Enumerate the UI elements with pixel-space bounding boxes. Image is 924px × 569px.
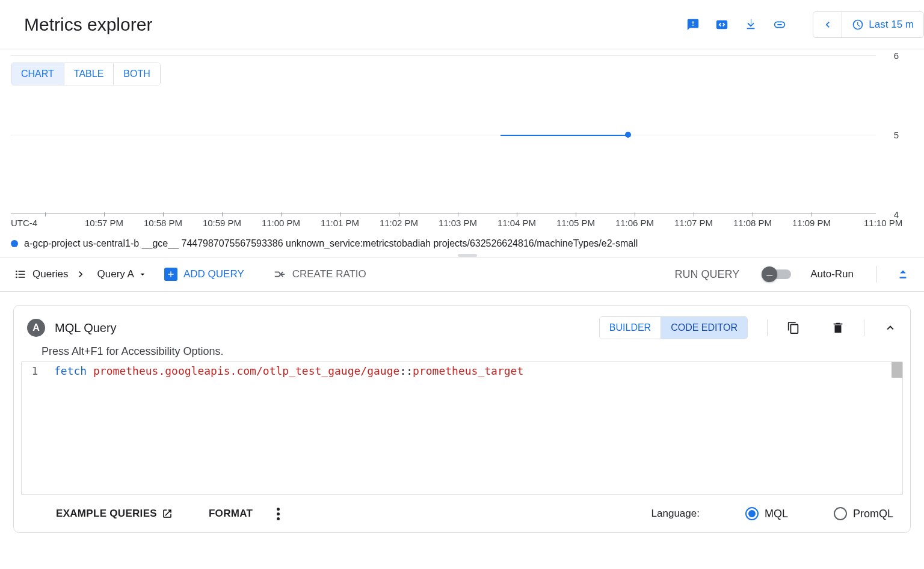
panel-resize-handle[interactable]: [458, 254, 477, 257]
query-selector[interactable]: Query A: [97, 268, 147, 280]
feedback-icon[interactable]: [686, 18, 700, 31]
query-badge: A: [27, 319, 45, 337]
link-icon[interactable]: [773, 18, 786, 31]
editor-mode-tabs: BUILDER CODE EDITOR: [599, 316, 748, 339]
code-line-1[interactable]: fetch prometheus.googleapis.com/otlp_tes…: [48, 363, 523, 379]
x-tick: 11:08 PM: [733, 218, 772, 228]
download-icon[interactable]: [744, 18, 757, 31]
view-tabs: CHART TABLE BOTH: [11, 63, 161, 85]
more-options-button[interactable]: [277, 508, 280, 520]
time-prev-button[interactable]: [813, 12, 842, 37]
header-actions: Last 15 m: [686, 11, 924, 38]
svg-rect-5: [19, 274, 25, 275]
open-in-new-icon: [162, 508, 173, 519]
x-tick: 10:58 PM: [144, 218, 182, 228]
page-title: Metrics explorer: [24, 14, 152, 35]
query-editor-panel: A MQL Query BUILDER CODE EDITOR Press Al…: [13, 305, 911, 533]
svg-rect-6: [19, 277, 25, 278]
svg-point-2: [16, 274, 17, 275]
add-query-label: ADD QUERY: [183, 268, 244, 280]
code-icon[interactable]: [715, 18, 728, 31]
queries-list-button[interactable]: Queries: [14, 268, 87, 280]
format-button[interactable]: FORMAT: [209, 508, 253, 520]
x-tick: 11:02 PM: [380, 218, 418, 228]
radio-promql[interactable]: [834, 507, 847, 520]
x-tick: 11:06 PM: [615, 218, 654, 228]
x-axis-labels: UTC-4 10:57 PM 10:58 PM 10:59 PM 11:00 P…: [11, 218, 876, 232]
code-editor[interactable]: 1 fetch prometheus.googleapis.com/otlp_t…: [21, 361, 903, 495]
language-label: Language:: [651, 508, 700, 520]
chart-legend[interactable]: a-gcp-project us-central1-b __gce__ 7447…: [11, 238, 924, 249]
delete-query-button[interactable]: [831, 321, 845, 334]
scrollbar-thumb[interactable]: [892, 362, 902, 378]
y-tick: 5: [894, 130, 899, 140]
caret-down-icon: [138, 269, 147, 279]
legend-swatch: [11, 240, 18, 247]
plus-icon: [164, 268, 177, 281]
timezone-label: UTC-4: [11, 218, 37, 228]
svg-rect-0: [716, 20, 727, 29]
tab-table[interactable]: TABLE: [64, 63, 114, 85]
clock-icon: [852, 19, 864, 31]
toggle-knob: –: [762, 266, 777, 282]
chevron-right-icon: [75, 268, 87, 280]
collapse-editor-button[interactable]: [884, 321, 897, 334]
time-range-label: Last 15 m: [869, 19, 914, 31]
x-tick: 11:04 PM: [497, 218, 536, 228]
x-tick: 11:10 PM: [864, 218, 902, 228]
example-queries-button[interactable]: EXAMPLE QUERIES: [56, 508, 173, 520]
series-point[interactable]: [625, 132, 631, 138]
radio-mql[interactable]: [745, 507, 759, 520]
x-tick: 11:01 PM: [321, 218, 359, 228]
x-tick: 11:05 PM: [556, 218, 595, 228]
mode-builder[interactable]: BUILDER: [600, 317, 661, 339]
x-tick: 10:59 PM: [203, 218, 241, 228]
queries-label: Queries: [32, 268, 69, 280]
svg-point-1: [16, 271, 17, 272]
language-mql[interactable]: MQL: [745, 507, 788, 520]
legend-text: a-gcp-project us-central1-b __gce__ 7447…: [24, 238, 638, 249]
query-bar: Queries Query A ADD QUERY CREATE RATIO R…: [0, 257, 924, 292]
x-tick: 11:03 PM: [439, 218, 477, 228]
x-axis: [11, 214, 876, 214]
x-tick: 10:57 PM: [85, 218, 123, 228]
x-tick: 11:07 PM: [674, 218, 713, 228]
series-line: [500, 135, 628, 136]
header: Metrics explorer Last 15 m: [0, 0, 924, 49]
merge-icon: [273, 268, 286, 281]
chart-area: CHART TABLE BOTH 6 5 4 UTC-4 10:57 PM 10…: [0, 55, 924, 257]
add-query-button[interactable]: ADD QUERY: [164, 268, 244, 281]
list-icon: [14, 268, 26, 280]
svg-point-3: [16, 277, 17, 278]
time-range-group: Last 15 m: [813, 11, 924, 38]
language-promql[interactable]: PromQL: [834, 507, 893, 520]
svg-rect-4: [19, 271, 25, 272]
tab-chart[interactable]: CHART: [11, 63, 64, 85]
accessibility-hint: Press Alt+F1 for Accessibility Options.: [14, 345, 910, 361]
run-query-button[interactable]: RUN QUERY: [674, 268, 739, 281]
mode-code-editor[interactable]: CODE EDITOR: [661, 317, 747, 339]
line-number: 1: [22, 363, 48, 379]
time-range-button[interactable]: Last 15 m: [842, 19, 923, 31]
x-tick: 11:00 PM: [262, 218, 300, 228]
selected-query-label: Query A: [97, 268, 134, 280]
y-tick: 6: [894, 51, 899, 61]
editor-title: MQL Query: [55, 321, 117, 335]
create-ratio-button[interactable]: CREATE RATIO: [273, 268, 366, 281]
auto-run-label: Auto-Run: [810, 268, 854, 280]
copy-query-button[interactable]: [787, 321, 800, 334]
editor-header: A MQL Query BUILDER CODE EDITOR: [14, 306, 910, 345]
x-tick: 11:09 PM: [792, 218, 831, 228]
tab-both[interactable]: BOTH: [113, 63, 159, 85]
collapse-panel-button[interactable]: [896, 268, 910, 281]
auto-run-toggle[interactable]: –: [763, 269, 791, 279]
editor-footer: EXAMPLE QUERIES FORMAT Language: MQL Pro…: [14, 495, 910, 532]
create-ratio-label: CREATE RATIO: [292, 268, 366, 280]
